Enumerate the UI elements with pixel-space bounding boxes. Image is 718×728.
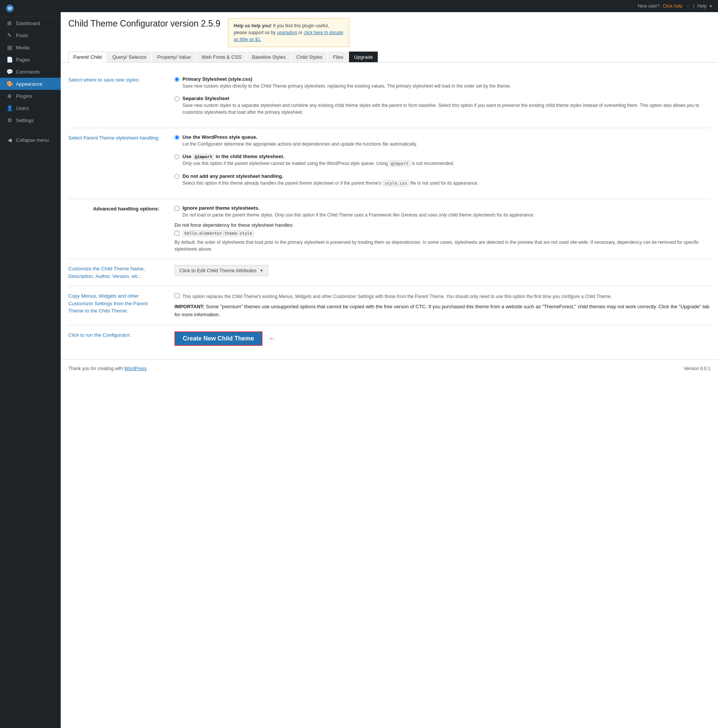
- sidebar-item-appearance[interactable]: 🎨 Appearance: [0, 78, 61, 90]
- no-parent-title: Do not add any parent stylesheet handlin…: [182, 173, 710, 179]
- edit-child-theme-button[interactable]: Click to Edit Child Theme Attributes ▼: [174, 265, 268, 276]
- hello-elementor-checkbox[interactable]: [174, 231, 179, 236]
- save-styles-content: Primary Stylesheet (style.css) Save new …: [174, 76, 710, 122]
- style-css-code: style.css: [383, 180, 409, 187]
- collapse-icon: ◀: [6, 137, 13, 143]
- use-import-prefix: Use: [182, 154, 193, 159]
- sidebar-item-label: Collapse menu: [16, 137, 49, 143]
- wordpress-link[interactable]: WordPress: [124, 366, 146, 371]
- sidebar-item-posts[interactable]: ✎ Posts: [0, 29, 61, 41]
- separate-stylesheet-body: Separate Stylesheet Save new custom styl…: [182, 96, 710, 116]
- users-icon: 👤: [6, 105, 13, 111]
- settings-icon: ⚙: [6, 117, 13, 123]
- tab-query-selector[interactable]: Query/ Selector: [107, 52, 151, 62]
- help-box-title: Help us help you!: [234, 23, 272, 28]
- save-styles-label: Select where to save new styles:: [68, 76, 167, 122]
- separate-stylesheet-desc: Save new custom styles to a separate sty…: [182, 102, 710, 116]
- copy-menus-checkbox-row: This option replaces the Child Theme's e…: [174, 292, 710, 300]
- top-bar: New user? Click help → | Help ▾: [61, 0, 718, 12]
- sidebar-item-label: Media: [16, 45, 29, 50]
- copy-menus-label: Copy Menus, Widgets and otherCustomizer …: [68, 292, 167, 319]
- tab-property-value[interactable]: Property/ Value: [152, 52, 196, 62]
- sidebar-item-plugins[interactable]: ⊕ Plugins: [0, 90, 61, 102]
- dropdown-arrow-icon: ▼: [260, 268, 264, 273]
- wp-queue-desc: Let the Configurator determine the appro…: [182, 141, 710, 147]
- sidebar-item-settings[interactable]: ⚙ Settings: [0, 114, 61, 126]
- wp-queue-body: Use the WordPress style queue. Let the C…: [182, 134, 710, 147]
- comments-icon: 💬: [6, 69, 13, 75]
- page-area: Child Theme Configurator version 2.5.9 H…: [61, 12, 718, 728]
- sidebar-item-label: Posts: [16, 33, 28, 38]
- parent-handling-section: Select Parent Theme stylesheet handling:…: [68, 128, 710, 199]
- customize-child-section: Customize the Child Theme Name,Descripti…: [68, 259, 710, 286]
- run-configurator-content: Create New Child Theme ←: [174, 331, 710, 346]
- hello-elementor-body: hello-elementor-theme-style: [182, 230, 710, 236]
- use-import-option: Use @import in the child theme styleshee…: [174, 154, 710, 167]
- sidebar-item-pages[interactable]: 📄 Pages: [0, 53, 61, 66]
- italic-text: only child theme stylesheets: [438, 212, 495, 218]
- parent-handling-label: Select Parent Theme stylesheet handling:: [68, 134, 167, 193]
- arrow-indicator-icon: ←: [269, 334, 276, 343]
- sidebar-item-dashboard[interactable]: ⊞ Dashboard: [0, 17, 61, 29]
- wp-logo-icon: W: [6, 5, 14, 12]
- primary-stylesheet-desc: Save new custom styles directly to the C…: [182, 83, 710, 89]
- help-box-or: or: [299, 30, 304, 35]
- tab-content: Select where to save new styles: Primary…: [61, 63, 718, 377]
- hello-elementor-code: hello-elementor-theme-style: [182, 230, 254, 237]
- new-user-text: New user?: [638, 3, 660, 9]
- primary-stylesheet-title: Primary Stylesheet (style.css): [182, 76, 710, 82]
- import-code2: @import: [389, 160, 410, 167]
- click-help-link[interactable]: Click help: [663, 3, 682, 9]
- tab-web-fonts-css[interactable]: Web Fonts & CSS: [196, 52, 246, 62]
- sidebar-item-label: Users: [16, 105, 29, 111]
- footer-left: Thank you for creating with WordPress .: [68, 366, 149, 371]
- sidebar-item-label: Appearance: [16, 81, 42, 87]
- important-text-body: Some "premium" themes use unsupported op…: [174, 304, 709, 317]
- primary-stylesheet-body: Primary Stylesheet (style.css) Save new …: [182, 76, 710, 89]
- copy-menus-checkbox[interactable]: [174, 293, 179, 298]
- sidebar-item-label: Dashboard: [16, 20, 40, 26]
- sidebar-item-media[interactable]: ▤ Media: [0, 41, 61, 53]
- separate-stylesheet-radio[interactable]: [174, 96, 179, 101]
- primary-stylesheet-radio[interactable]: [174, 77, 179, 82]
- tab-child-styles[interactable]: Child Styles: [291, 52, 327, 62]
- wp-queue-title: Use the WordPress style queue.: [182, 134, 710, 140]
- sidebar-item-label: Plugins: [16, 93, 32, 99]
- dependency-label: Do not force dependency for these styles…: [174, 222, 710, 228]
- tab-upgrade[interactable]: Upgrade: [349, 52, 378, 62]
- use-import-title: Use @import in the child theme styleshee…: [182, 154, 710, 159]
- sidebar-item-collapse[interactable]: ◀ Collapse menu: [0, 134, 61, 146]
- page-header: Child Theme Configurator version 2.5.9 H…: [61, 12, 718, 47]
- create-child-theme-button[interactable]: Create New Child Theme: [174, 331, 262, 346]
- tab-files[interactable]: Files: [328, 52, 348, 62]
- sidebar-item-label: Settings: [16, 118, 34, 123]
- main-content: New user? Click help → | Help ▾ Child Th…: [61, 0, 718, 728]
- wp-queue-radio[interactable]: [174, 135, 179, 140]
- tab-baseline-styles[interactable]: Baseline Styles: [247, 52, 291, 62]
- media-icon: ▤: [6, 44, 13, 50]
- ignore-parent-checkbox[interactable]: [174, 206, 179, 211]
- run-configurator-section: Click to run the Configurator: Create Ne…: [68, 325, 710, 352]
- use-import-desc: Only use this option if the parent style…: [182, 160, 710, 167]
- import-code: @import: [193, 154, 214, 160]
- tab-parent-child[interactable]: Parent/ Child: [68, 52, 107, 63]
- sidebar-item-comments[interactable]: 💬 Comments: [0, 66, 61, 78]
- help-link[interactable]: Help: [697, 3, 707, 9]
- separator: |: [693, 3, 694, 9]
- content-area: Select where to save new styles: Primary…: [61, 63, 718, 359]
- no-parent-option: Do not add any parent stylesheet handlin…: [174, 173, 710, 187]
- use-import-body: Use @import in the child theme styleshee…: [182, 154, 710, 167]
- handles-desc: By default, the order of stylesheets tha…: [174, 239, 710, 253]
- separate-stylesheet-option: Separate Stylesheet Save new custom styl…: [174, 96, 710, 116]
- copy-menus-content: This option replaces the Child Theme's e…: [174, 292, 710, 319]
- hello-elementor-option: hello-elementor-theme-style: [174, 230, 710, 236]
- page-title: Child Theme Configurator version 2.5.9: [68, 18, 220, 30]
- use-import-radio[interactable]: [174, 154, 179, 159]
- sidebar-item-users[interactable]: 👤 Users: [0, 102, 61, 114]
- no-parent-radio[interactable]: [174, 174, 179, 179]
- copy-menus-desc: This option replaces the Child Theme's e…: [182, 293, 710, 300]
- pages-icon: 📄: [6, 56, 13, 63]
- plugins-icon: ⊕: [6, 93, 13, 99]
- upgrading-link[interactable]: upgrading: [277, 30, 297, 35]
- ignore-parent-body: Ignore parent theme stylesheets. Do not …: [182, 205, 710, 218]
